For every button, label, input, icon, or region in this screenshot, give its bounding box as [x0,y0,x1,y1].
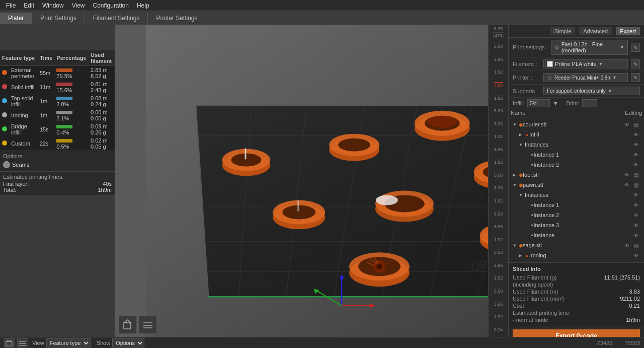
stats-row: External perimeter 55m 79.5% 2.83 m 8.52… [0,66,115,81]
bottombar-layer-icon[interactable] [17,338,28,347]
print-settings-value: Fast 0.12z - Fine (modified) [561,41,618,53]
printer-dropdown[interactable]: 🖨 Reeder Prusa Mini+ 0.8n ▼ [543,73,628,82]
infill-label: Infill: [513,100,524,106]
feature-type-select[interactable]: Feature type [46,338,91,347]
visibility-btn[interactable]: 👁 [632,130,640,138]
mode-advanced[interactable]: Advanced [579,27,612,35]
visibility-btn[interactable]: 👁 [632,251,640,259]
svg-marker-58 [124,320,131,323]
edit-btn[interactable]: ▤ [632,120,640,128]
tree-item-instance2-c[interactable]: ● Instance 2 👁 [511,160,642,170]
menubar: File Edit Window View Configuration Help [0,0,644,11]
file-icon: ◆ [519,121,523,128]
supports-dropdown[interactable]: For support enforcers only ▼ [543,87,640,95]
tree-item-instances-c[interactable]: ▼ Instances 👁 [511,140,642,150]
ironing-icon: ▲ [525,253,529,258]
edit-btn[interactable]: ▤ [632,181,640,189]
tree-item-instance1-c[interactable]: ● Instance 1 👁 [511,150,642,160]
visibility-btn[interactable]: 👁 [632,191,640,199]
col-used-filament: Used filament [89,50,115,66]
visibility-btn[interactable]: 👁 [632,151,640,159]
visibility-btn[interactable]: 👁 [632,211,640,219]
filament-arrow: ▼ [599,61,603,66]
visibility-btn[interactable]: 👁 [632,221,640,229]
visibility-btn[interactable]: 👁 [623,171,631,179]
layer-view-btn[interactable] [139,316,157,334]
sliced-row: - normal mode1h9m [513,316,640,323]
edit-btn[interactable]: ▤ [632,241,640,249]
tree-item-sage[interactable]: ▼ ◆ sage.stl 👁 ▤ [511,240,642,250]
view-icons [119,316,157,334]
tree-item-instance2-p[interactable]: ● Instance 2 👁 [511,210,642,220]
tree-item-fool[interactable]: ▶ ◆ fool.stl 👁 ▤ [511,170,642,180]
tab-filament-settings[interactable]: Filament Settings [85,13,148,24]
seams-label: Seams [12,162,29,168]
file-icon: ◆ [519,242,523,249]
tab-print-settings[interactable]: Print Settings [32,13,85,24]
tree-actions: 👁 [632,151,640,159]
filament-edit-btn[interactable]: ✎ [631,59,640,68]
menu-view[interactable]: View [68,1,89,10]
tab-plater[interactable]: Plater [0,13,32,24]
ruler-tick-14: 5.00 [494,211,503,217]
export-gcode-btn[interactable]: Export G-code [513,329,640,337]
print-settings-dropdown[interactable]: ⚙ Fast 0.12z - Fine (modified) ▼ [551,40,628,55]
sliced-key: Used Filament (m) [513,289,558,295]
tree-item-instance1-p[interactable]: ● Instance 1 👁 [511,200,642,210]
svg-rect-57 [124,323,131,329]
menu-window[interactable]: Window [38,1,68,10]
menu-edit[interactable]: Edit [20,1,38,10]
tree-col-name: Name [511,110,525,116]
infill-input[interactable] [527,99,550,107]
stats-panel: Feature type Time Percentage Used filame… [0,50,115,195]
tree-item-infill[interactable]: ▶ ▲ Infill 👁 [511,129,642,140]
visibility-btn[interactable]: 👁 [623,181,631,189]
visibility-btn[interactable]: 👁 [632,201,640,209]
stats-row: Solid infill 11m 15.6% 0.81 m 2.43 g [0,80,115,94]
sliced-val: 11.51 (275.51) [604,274,640,281]
ruler-tick-7: 3.96 [494,121,503,126]
printer-edit-btn[interactable]: ✎ [631,73,640,82]
total-val: 1h9m [98,187,112,193]
filament-color-swatch [547,61,553,67]
tree-label: Infill [529,131,632,137]
visibility-btn[interactable]: 👁 [632,161,640,169]
tree-item-instance4-p[interactable]: ● Instance _ 👁 [511,230,642,240]
mode-simple[interactable]: Simple [550,27,576,35]
expand-icon: ▶ [513,173,519,177]
visibility-btn[interactable]: 👁 [623,120,631,128]
visibility-btn[interactable]: 👁 [632,231,640,239]
3d-view-btn[interactable] [119,316,137,334]
menu-configuration[interactable]: Configuration [89,1,133,10]
infill-dropdown-arrow[interactable]: ▼ [553,100,558,106]
options-select[interactable]: Options [112,338,144,347]
filament-dropdown[interactable]: Priline PLA white ▼ [543,59,628,68]
stats-row: Bridge infill 15s 0.4% 0.09 m 0.26 g [0,122,115,136]
mode-expert[interactable]: Expert [616,27,640,35]
tree-item-instance3-p[interactable]: ● Instance 3 👁 [511,220,642,230]
menu-help[interactable]: Help [133,1,153,10]
tab-printer-settings[interactable]: Printer Settings [148,13,206,24]
tree-label: sage.stl [523,242,623,248]
tree-item-pawn[interactable]: ▼ ◆ pawn.stl 👁 ▤ [511,180,642,190]
ruler-tick-13: 1.92 [494,198,503,203]
tree-label: Ironing [529,252,632,258]
sliced-row: Used Filament (g)11.51 (275.51) [513,274,640,281]
tree-item-courier[interactable]: ▼ ◆ courier.stl 👁 ▤ [511,119,642,129]
brim-input[interactable] [582,99,597,107]
tree-item-ironing-s[interactable]: ▶ ▲ Ironing 👁 [511,250,642,260]
menu-file[interactable]: File [2,1,20,10]
tree-item-instances-p[interactable]: ▼ Instances 👁 [511,190,642,200]
col-feature-type: Feature type [0,50,38,66]
tree-actions: 👁 [632,211,640,219]
visibility-btn[interactable]: 👁 [632,141,640,149]
view-label: View [32,340,44,346]
visibility-btn[interactable]: 👁 [623,241,631,249]
edit-btn[interactable]: ▤ [632,171,640,179]
print-settings-edit-btn[interactable]: ✎ [631,43,640,52]
sliced-key: - normal mode [513,317,548,323]
tree-actions: 👁 [632,130,640,138]
bottombar-3d-icon[interactable] [4,338,15,347]
svg-point-26 [231,154,261,167]
stats-row: Ironing 1m 2.1% 0.00 m 0.00 g [0,108,115,122]
